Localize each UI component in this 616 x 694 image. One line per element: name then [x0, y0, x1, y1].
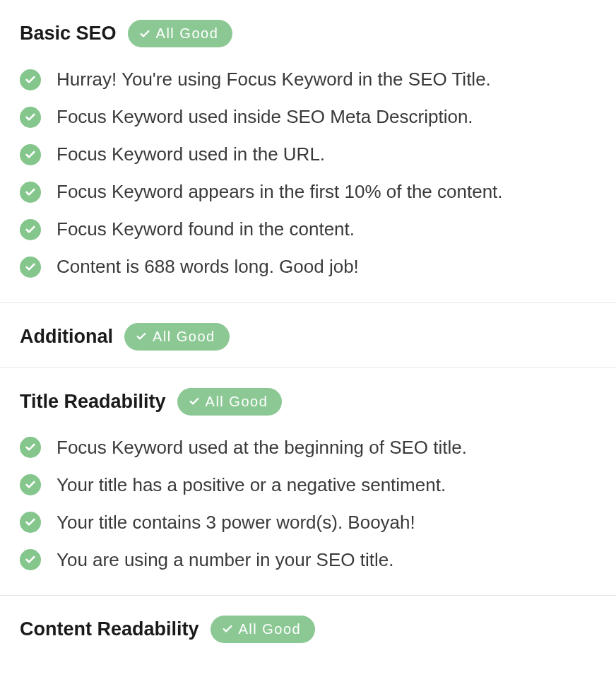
check-circle-icon: [20, 257, 41, 278]
check-circle-icon: [20, 549, 41, 570]
check-icon: [222, 623, 233, 635]
section-title: Title Readability: [20, 391, 166, 413]
badge-label: All Good: [239, 621, 302, 637]
check-text: Focus Keyword used inside SEO Meta Descr…: [57, 105, 473, 129]
check-item: Focus Keyword appears in the first 10% o…: [20, 180, 596, 204]
section-additional: Additional All Good: [0, 302, 616, 367]
status-badge: All Good: [128, 20, 233, 47]
section-title-readability: Title Readability All Good Focus Keyword…: [0, 367, 616, 595]
check-item: Hurray! You're using Focus Keyword in th…: [20, 67, 596, 92]
check-text: Content is 688 words long. Good job!: [57, 254, 359, 279]
section-header[interactable]: Content Readability All Good: [20, 616, 596, 643]
check-text: Your title contains 3 power word(s). Boo…: [57, 510, 415, 535]
badge-label: All Good: [206, 394, 268, 410]
check-circle-icon: [20, 474, 41, 495]
check-list: Focus Keyword used at the beginning of S…: [20, 435, 596, 572]
check-item: You are using a number in your SEO title…: [20, 548, 596, 572]
check-list: Hurray! You're using Focus Keyword in th…: [20, 67, 596, 280]
status-badge: All Good: [211, 616, 316, 643]
check-text: Focus Keyword used in the URL.: [57, 142, 325, 167]
check-item: Your title contains 3 power word(s). Boo…: [20, 510, 596, 535]
check-item: Your title has a positive or a negative …: [20, 473, 596, 498]
check-text: Hurray! You're using Focus Keyword in th…: [57, 67, 491, 92]
section-title: Additional: [20, 326, 113, 348]
status-badge: All Good: [177, 388, 283, 416]
check-circle-icon: [20, 219, 41, 240]
check-circle-icon: [20, 144, 41, 165]
check-item: Content is 688 words long. Good job!: [20, 254, 596, 279]
badge-label: All Good: [156, 25, 219, 42]
section-title: Content Readability: [20, 618, 199, 640]
section-basic-seo: Basic SEO All Good Hurray! You're using …: [0, 0, 616, 302]
check-item: Focus Keyword used at the beginning of S…: [20, 435, 596, 460]
check-text: Focus Keyword appears in the first 10% o…: [57, 180, 503, 204]
check-icon: [139, 28, 150, 40]
check-text: Focus Keyword used at the beginning of S…: [57, 435, 467, 460]
badge-label: All Good: [153, 329, 215, 345]
check-text: You are using a number in your SEO title…: [57, 548, 393, 572]
section-header[interactable]: Basic SEO All Good: [20, 20, 596, 47]
check-circle-icon: [20, 107, 41, 128]
check-icon: [136, 331, 147, 342]
check-circle-icon: [20, 69, 41, 90]
section-header[interactable]: Title Readability All Good: [20, 388, 596, 416]
status-badge: All Good: [124, 323, 230, 351]
check-text: Your title has a positive or a negative …: [57, 473, 446, 498]
check-icon: [189, 396, 200, 407]
check-circle-icon: [20, 437, 41, 458]
check-item: Focus Keyword found in the content.: [20, 217, 596, 242]
check-circle-icon: [20, 512, 41, 533]
section-content-readability: Content Readability All Good: [0, 595, 616, 660]
check-text: Focus Keyword found in the content.: [57, 217, 355, 242]
section-header[interactable]: Additional All Good: [20, 323, 596, 351]
check-circle-icon: [20, 182, 41, 203]
check-item: Focus Keyword used in the URL.: [20, 142, 596, 167]
section-title: Basic SEO: [20, 23, 117, 45]
check-item: Focus Keyword used inside SEO Meta Descr…: [20, 105, 596, 129]
